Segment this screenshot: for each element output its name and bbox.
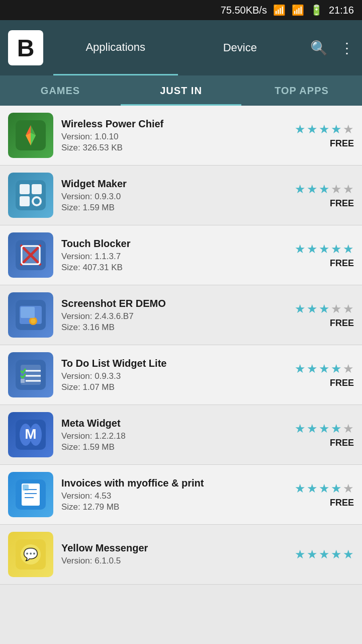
list-item[interactable]: M Meta Widget Version: 1.2.2.18 Size: 1.… — [0, 405, 362, 465]
list-item[interactable]: Wireless Power Chief Version: 1.0.10 Siz… — [0, 106, 362, 166]
star-rating: ★★★★★ — [295, 242, 354, 256]
star-5: ★ — [343, 547, 354, 561]
status-bar: 75.50KB/s 📶 📶 🔋 21:16 — [0, 0, 362, 20]
svg-point-6 — [34, 198, 40, 204]
star-5: ★ — [343, 122, 354, 136]
app-rating: ★★★★★ FREE — [295, 242, 354, 269]
sub-tab-just-in[interactable]: JUST IN — [121, 75, 241, 106]
app-name: Widget Maker — [61, 178, 287, 190]
star-3: ★ — [319, 302, 330, 316]
app-info: To Do List Widget Lite Version: 0.9.3.3 … — [61, 358, 287, 392]
svg-text:💬: 💬 — [23, 547, 38, 561]
app-name: Wireless Power Chief — [61, 118, 287, 130]
tab-applications-label: Applications — [85, 41, 145, 54]
star-rating: ★★★★★ — [295, 362, 354, 376]
app-rating: ★★★★★ FREE — [295, 122, 354, 149]
app-price: FREE — [330, 138, 354, 149]
star-1: ★ — [295, 242, 306, 256]
svg-rect-4 — [20, 196, 30, 206]
star-1: ★ — [295, 481, 306, 496]
app-size: Size: 12.79 MB — [61, 502, 287, 512]
app-price: FREE — [330, 198, 354, 209]
svg-point-15 — [31, 318, 36, 324]
star-5: ★ — [343, 302, 354, 316]
star-4: ★ — [331, 122, 342, 136]
star-4: ★ — [331, 302, 342, 316]
app-name: Yellow Messenger — [61, 542, 287, 554]
star-rating: ★★★★★ — [295, 481, 354, 496]
star-4: ★ — [331, 481, 342, 496]
app-size: Size: 1.59 MB — [61, 203, 287, 213]
app-rating: ★★★★★ — [295, 547, 354, 561]
tab-device[interactable]: Device — [178, 20, 303, 75]
star-4: ★ — [331, 547, 342, 561]
list-item[interactable]: Invoices with myoffice & print Version: … — [0, 465, 362, 525]
list-item[interactable]: Widget Maker Version: 0.9.3.0 Size: 1.59… — [0, 166, 362, 225]
app-icon: M — [8, 412, 53, 457]
signal-icon: 📶 — [292, 4, 304, 16]
app-rating: ★★★★★ FREE — [295, 362, 354, 388]
star-1: ★ — [295, 547, 306, 561]
svg-text:M: M — [25, 426, 36, 442]
star-3: ★ — [319, 242, 330, 256]
star-1: ★ — [295, 302, 306, 316]
app-price: FREE — [330, 258, 354, 269]
more-options-icon[interactable]: ⋮ — [340, 40, 354, 56]
app-version: Version: 0.9.3.0 — [61, 192, 287, 202]
app-size: Size: 1.07 MB — [61, 382, 287, 392]
app-info: Wireless Power Chief Version: 1.0.10 Siz… — [61, 118, 287, 153]
app-price: FREE — [330, 378, 354, 388]
header-nav: Applications Device — [53, 20, 302, 75]
list-item[interactable]: 💬 Yellow Messenger Version: 6.1.0.5 ★★★★… — [0, 525, 362, 585]
app-price: FREE — [330, 498, 354, 508]
star-5: ★ — [343, 362, 354, 376]
star-3: ★ — [319, 182, 330, 196]
app-name: Screenshot ER DEMO — [61, 298, 287, 309]
list-item[interactable]: Touch Blocker Version: 1.1.3.7 Size: 407… — [0, 225, 362, 285]
app-name: To Do List Widget Lite — [61, 358, 287, 369]
app-icon — [8, 113, 53, 158]
app-name: Touch Blocker — [61, 238, 287, 250]
app-header: B Applications Device 🔍 ⋮ — [0, 20, 362, 75]
tab-applications[interactable]: Applications — [53, 20, 178, 75]
star-5: ★ — [343, 182, 354, 196]
network-speed: 75.50KB/s — [221, 5, 267, 16]
app-logo: B — [8, 30, 43, 65]
app-icon: 💬 — [8, 532, 53, 577]
time-display: 21:16 — [329, 5, 354, 16]
app-name: Invoices with myoffice & print — [61, 477, 287, 489]
app-info: Yellow Messenger Version: 6.1.0.5 — [61, 542, 287, 567]
star-rating: ★★★★★ — [295, 302, 354, 316]
app-info: Touch Blocker Version: 1.1.3.7 Size: 407… — [61, 238, 287, 273]
app-info: Screenshot ER DEMO Version: 2.4.3.6.B7 S… — [61, 298, 287, 333]
app-list: Wireless Power Chief Version: 1.0.10 Siz… — [0, 106, 362, 644]
svg-rect-32 — [23, 485, 29, 491]
logo-letter: B — [17, 34, 35, 62]
star-3: ★ — [319, 422, 330, 436]
list-item[interactable]: To Do List Widget Lite Version: 0.9.3.3 … — [0, 345, 362, 405]
search-icon[interactable]: 🔍 — [310, 40, 328, 56]
sub-tab-bar: GAMES JUST IN TOP APPS — [0, 75, 362, 106]
star-4: ★ — [331, 422, 342, 436]
app-icon — [8, 352, 53, 397]
sub-tab-just-in-label: JUST IN — [160, 85, 202, 97]
battery-icon: 🔋 — [310, 4, 323, 16]
tab-device-label: Device — [223, 41, 257, 54]
star-2: ★ — [307, 182, 318, 196]
star-4: ★ — [331, 242, 342, 256]
app-name: Meta Widget — [61, 418, 287, 429]
star-2: ★ — [307, 122, 318, 136]
app-rating: ★★★★★ FREE — [295, 182, 354, 209]
app-info: Widget Maker Version: 0.9.3.0 Size: 1.59… — [61, 178, 287, 213]
star-3: ★ — [319, 362, 330, 376]
star-1: ★ — [295, 362, 306, 376]
app-version: Version: 2.4.3.6.B7 — [61, 311, 287, 321]
star-rating: ★★★★★ — [295, 122, 354, 136]
sub-tab-games[interactable]: GAMES — [0, 75, 121, 106]
header-action-icons: 🔍 ⋮ — [302, 40, 354, 56]
star-rating: ★★★★★ — [295, 547, 354, 561]
star-1: ★ — [295, 122, 306, 136]
app-version: Version: 1.0.10 — [61, 132, 287, 142]
sub-tab-top-apps[interactable]: TOP APPS — [241, 75, 362, 106]
list-item[interactable]: Screenshot ER DEMO Version: 2.4.3.6.B7 S… — [0, 285, 362, 345]
